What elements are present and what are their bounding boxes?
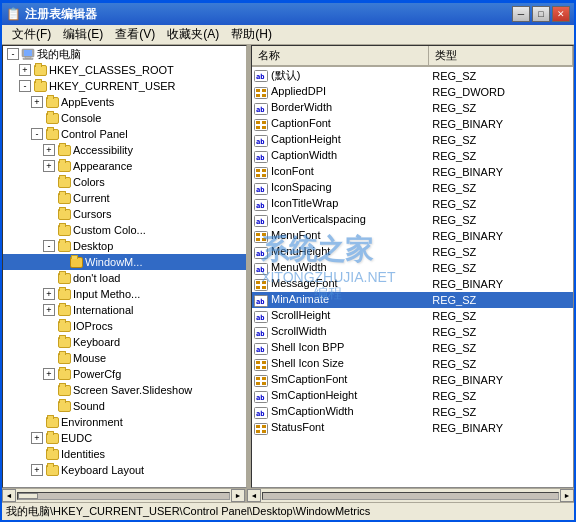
expander-hkcu[interactable]: - <box>19 80 31 92</box>
tree-node-eudc[interactable]: + EUDC <box>3 430 246 446</box>
tree-node-keyboardlayout[interactable]: + Keyboard Layout <box>3 462 246 478</box>
tree-node-environment[interactable]: Environment <box>3 414 246 430</box>
table-row[interactable]: ab(默认)REG_SZ <box>252 66 573 84</box>
tree-node-mypc[interactable]: - 我的电脑 <box>3 46 246 62</box>
tree-node-desktop[interactable]: - Desktop <box>3 238 246 254</box>
tree-node-keyboard[interactable]: Keyboard <box>3 334 246 350</box>
right-scroll-left[interactable]: ◄ <box>247 489 261 502</box>
tree-node-appevents[interactable]: + AppEvents <box>3 94 246 110</box>
left-scroll-right[interactable]: ► <box>231 489 245 502</box>
table-row[interactable]: SmCaptionFontREG_BINARY <box>252 372 573 388</box>
left-scroll-thumb[interactable] <box>18 493 38 499</box>
tree-node-powercfg[interactable]: + PowerCfg <box>3 366 246 382</box>
table-row[interactable]: abSmCaptionHeightREG_SZ <box>252 388 573 404</box>
tree-node-controlpanel[interactable]: - Control Panel <box>3 126 246 142</box>
table-row[interactable]: abShell Icon BPPREG_SZ <box>252 340 573 356</box>
tree-node-console[interactable]: Console <box>3 110 246 126</box>
tree-pane[interactable]: - 我的电脑 + HKEY_CLASSES_ROOT <box>2 45 247 488</box>
tree-node-appearance[interactable]: + Appearance <box>3 158 246 174</box>
svg-rect-3 <box>23 59 33 60</box>
expander-powercfg[interactable]: + <box>43 368 55 380</box>
table-row[interactable]: AppliedDPIREG_DWORD <box>252 84 573 100</box>
registry-values-pane[interactable]: 名称 类型 ab(默认)REG_SZAppliedDPIREG_DWORDabB… <box>251 45 574 488</box>
expander-appearance[interactable]: + <box>43 160 55 172</box>
folder-icon-eudc <box>45 431 59 445</box>
controlpanel-label: Control Panel <box>61 128 128 140</box>
tree-node-international[interactable]: + International <box>3 302 246 318</box>
table-row[interactable]: abCaptionHeightREG_SZ <box>252 132 573 148</box>
svg-rect-57 <box>262 361 266 364</box>
tree-node-screensaver[interactable]: Screen Saver.Slideshow <box>3 382 246 398</box>
menu-favorites[interactable]: 收藏夹(A) <box>161 24 225 45</box>
window-controls: ─ □ ✕ <box>512 6 570 22</box>
tree-node-dontload[interactable]: don't load <box>3 270 246 286</box>
svg-rect-15 <box>262 121 266 124</box>
tree-node-ioprocs[interactable]: IOProcs <box>3 318 246 334</box>
svg-text:ab: ab <box>256 298 264 306</box>
tree-node-hkcu[interactable]: - HKEY_CURRENT_USER <box>3 78 246 94</box>
expander-controlpanel[interactable]: - <box>31 128 43 140</box>
left-scroll-track[interactable] <box>17 492 230 500</box>
tree-node-hkcr[interactable]: + HKEY_CLASSES_ROOT <box>3 62 246 78</box>
right-scroll-right[interactable]: ► <box>560 489 574 502</box>
close-button[interactable]: ✕ <box>552 6 570 22</box>
col-type[interactable]: 类型 <box>428 46 572 66</box>
expander-mypc[interactable]: - <box>7 48 19 60</box>
table-row[interactable]: abIconVerticalspacingREG_SZ <box>252 212 573 228</box>
expander-accessibility[interactable]: + <box>43 144 55 156</box>
expander-international[interactable]: + <box>43 304 55 316</box>
expander-eudc[interactable]: + <box>31 432 43 444</box>
status-path: 我的电脑\HKEY_CURRENT_USER\Control Panel\Des… <box>6 504 370 519</box>
tree-node-mouse[interactable]: Mouse <box>3 350 246 366</box>
right-hscroll[interactable]: ◄ ► <box>247 489 574 502</box>
table-row[interactable]: abMenuHeightREG_SZ <box>252 244 573 260</box>
tree-node-cursors[interactable]: Cursors <box>3 206 246 222</box>
expander-keyboardlayout[interactable]: + <box>31 464 43 476</box>
tree-node-sound[interactable]: Sound <box>3 398 246 414</box>
expander-appevents[interactable]: + <box>31 96 43 108</box>
table-row[interactable]: abIconTitleWrapREG_SZ <box>252 196 573 212</box>
tree-node-current[interactable]: Current <box>3 190 246 206</box>
tree-node-inputmetho[interactable]: + Input Metho... <box>3 286 246 302</box>
table-row[interactable]: CaptionFontREG_BINARY <box>252 116 573 132</box>
menu-edit[interactable]: 编辑(E) <box>57 24 109 45</box>
left-scroll-left[interactable]: ◄ <box>2 489 16 502</box>
menu-help[interactable]: 帮助(H) <box>225 24 278 45</box>
table-row[interactable]: abMinAnimateREG_SZ <box>252 292 573 308</box>
registry-editor-window: 📋 注册表编辑器 ─ □ ✕ 文件(F) 编辑(E) 查看(V) 收藏夹(A) … <box>0 0 576 522</box>
expander-inputmetho[interactable]: + <box>43 288 55 300</box>
folder-icon-windowm <box>69 255 83 269</box>
table-row[interactable]: abScrollHeightREG_SZ <box>252 308 573 324</box>
table-row[interactable]: abSmCaptionWidthREG_SZ <box>252 404 573 420</box>
expander-customcolo <box>43 224 55 236</box>
table-row[interactable]: abIconSpacingREG_SZ <box>252 180 573 196</box>
tree-node-identities[interactable]: Identities <box>3 446 246 462</box>
menu-file[interactable]: 文件(F) <box>6 24 57 45</box>
menu-view[interactable]: 查看(V) <box>109 24 161 45</box>
table-row[interactable]: Shell Icon SizeREG_SZ <box>252 356 573 372</box>
expander-desktop[interactable]: - <box>43 240 55 252</box>
maximize-button[interactable]: □ <box>532 6 550 22</box>
table-row[interactable]: abBorderWidthREG_SZ <box>252 100 573 116</box>
tree-node-colors[interactable]: Colors <box>3 174 246 190</box>
folder-icon-colors <box>57 175 71 189</box>
table-row[interactable]: abMenuWidthREG_SZ <box>252 260 573 276</box>
table-row[interactable]: StatusFontREG_BINARY <box>252 420 573 436</box>
tree-node-accessibility[interactable]: + Accessibility <box>3 142 246 158</box>
folder-icon-console <box>45 111 59 125</box>
left-hscroll[interactable]: ◄ ► <box>2 489 247 502</box>
table-row[interactable]: abCaptionWidthREG_SZ <box>252 148 573 164</box>
expander-hkcr[interactable]: + <box>19 64 31 76</box>
table-row[interactable]: IconFontREG_BINARY <box>252 164 573 180</box>
tree-node-windowm[interactable]: WindowM... <box>3 254 246 270</box>
windowm-label: WindowM... <box>85 256 142 268</box>
table-row[interactable]: MenuFontREG_BINARY <box>252 228 573 244</box>
col-name[interactable]: 名称 <box>252 46 428 66</box>
inputmetho-label: Input Metho... <box>73 288 140 300</box>
table-row[interactable]: MessageFontREG_BINARY <box>252 276 573 292</box>
tree-node-customcolo[interactable]: Custom Colo... <box>3 222 246 238</box>
table-row[interactable]: abScrollWidthREG_SZ <box>252 324 573 340</box>
expander-dontload <box>43 272 55 284</box>
minimize-button[interactable]: ─ <box>512 6 530 22</box>
right-scroll-track[interactable] <box>262 492 559 500</box>
